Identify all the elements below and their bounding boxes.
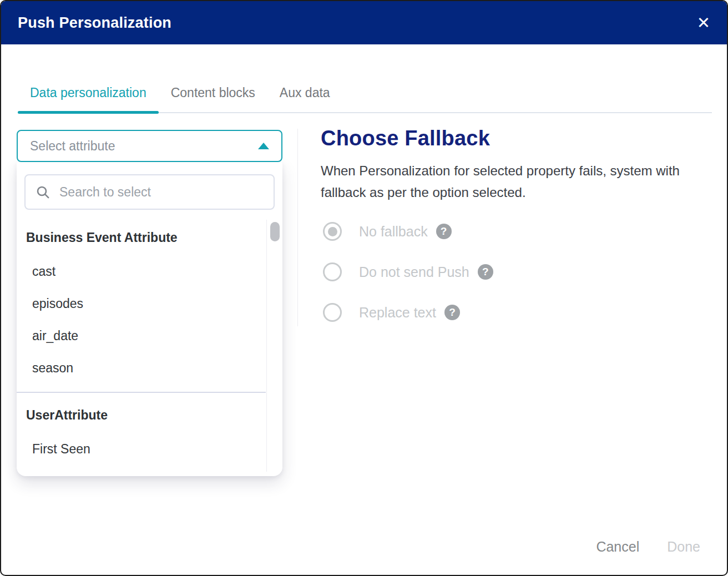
fallback-radio-group: No fallback ? Do not send Push ? Replace…: [323, 222, 493, 343]
fallback-description: When Personalization for selected proper…: [321, 160, 712, 203]
attribute-dropdown-panel: Business Event Attribute cast episodes a…: [17, 162, 282, 476]
vertical-divider: [297, 129, 298, 326]
radio-unselected-icon: [323, 303, 342, 322]
list-item-episodes[interactable]: episodes: [17, 287, 266, 320]
done-button[interactable]: Done: [666, 537, 701, 557]
radio-option-replace-text[interactable]: Replace text ?: [323, 303, 493, 322]
list-item-cast[interactable]: cast: [17, 255, 266, 287]
modal-footer: Cancel Done: [595, 537, 701, 557]
attribute-list: Business Event Attribute cast episodes a…: [17, 220, 282, 468]
modal-header: Push Personalization ✕: [1, 1, 727, 44]
attribute-search-box[interactable]: [24, 174, 275, 210]
modal-title: Push Personalization: [18, 14, 171, 32]
attribute-select-placeholder: Select attribute: [30, 139, 258, 154]
group-header-business-event-attribute: Business Event Attribute: [17, 220, 266, 255]
close-icon[interactable]: ✕: [694, 12, 714, 34]
chevron-up-icon: [258, 143, 269, 149]
radio-option-do-not-send-push[interactable]: Do not send Push ?: [323, 262, 493, 281]
radio-option-no-fallback[interactable]: No fallback ?: [323, 222, 493, 241]
group-divider: [17, 392, 266, 393]
search-input[interactable]: [59, 185, 264, 200]
fallback-section-title: Choose Fallback: [321, 127, 490, 150]
radio-unselected-icon: [323, 262, 342, 281]
radio-label: No fallback: [359, 224, 428, 240]
group-header-user-attribute: UserAttribute: [17, 397, 266, 433]
radio-label: Replace text: [359, 305, 436, 321]
help-question-icon[interactable]: ?: [478, 264, 493, 280]
scrollbar-thumb[interactable]: [270, 222, 280, 241]
cancel-button[interactable]: Cancel: [595, 537, 640, 557]
modal-body: Select attribute Business Event Attribut…: [1, 44, 727, 575]
list-item-first-seen[interactable]: First Seen: [17, 433, 266, 465]
list-item-air-date[interactable]: air_date: [17, 320, 266, 352]
help-question-icon[interactable]: ?: [444, 305, 460, 320]
radio-selected-icon: [323, 222, 342, 241]
radio-label: Do not send Push: [359, 264, 469, 280]
help-question-icon[interactable]: ?: [436, 224, 452, 239]
scrollbar-track[interactable]: [266, 220, 267, 472]
search-icon: [36, 185, 50, 200]
attribute-select-combobox[interactable]: Select attribute: [17, 130, 282, 162]
push-personalization-modal: Push Personalization ✕ Data personalizat…: [0, 0, 728, 576]
list-item-season[interactable]: season: [17, 352, 266, 384]
